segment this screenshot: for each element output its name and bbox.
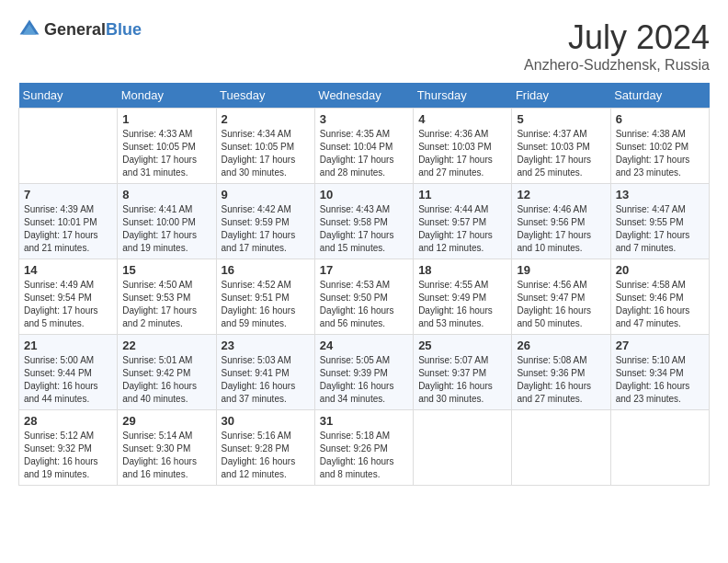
cell-daylight-info: Sunrise: 4:37 AM Sunset: 10:03 PM Daylig… — [517, 128, 605, 179]
calendar-week-row: 21Sunrise: 5:00 AM Sunset: 9:44 PM Dayli… — [19, 335, 710, 410]
calendar-cell: 16Sunrise: 4:52 AM Sunset: 9:51 PM Dayli… — [216, 259, 314, 335]
day-number: 31 — [320, 414, 408, 428]
calendar-cell: 10Sunrise: 4:43 AM Sunset: 9:58 PM Dayli… — [314, 184, 413, 259]
day-number: 28 — [24, 414, 112, 428]
cell-daylight-info: Sunrise: 5:07 AM Sunset: 9:37 PM Dayligh… — [418, 354, 506, 406]
calendar-week-row: 28Sunrise: 5:12 AM Sunset: 9:32 PM Dayli… — [19, 410, 710, 486]
calendar-cell: 25Sunrise: 5:07 AM Sunset: 9:37 PM Dayli… — [414, 335, 512, 410]
cell-daylight-info: Sunrise: 4:55 AM Sunset: 9:49 PM Dayligh… — [418, 279, 506, 330]
cell-daylight-info: Sunrise: 4:41 AM Sunset: 10:00 PM Daylig… — [122, 203, 210, 255]
day-number: 22 — [122, 339, 210, 352]
day-number: 3 — [320, 112, 408, 126]
day-number: 21 — [24, 339, 112, 352]
calendar-cell: 29Sunrise: 5:14 AM Sunset: 9:30 PM Dayli… — [118, 410, 216, 486]
day-number: 25 — [418, 339, 506, 352]
cell-daylight-info: Sunrise: 5:18 AM Sunset: 9:26 PM Dayligh… — [320, 430, 408, 481]
cell-daylight-info: Sunrise: 4:36 AM Sunset: 10:03 PM Daylig… — [418, 128, 506, 179]
calendar-cell: 2Sunrise: 4:34 AM Sunset: 10:05 PM Dayli… — [216, 109, 314, 184]
day-of-week-header: Friday — [512, 83, 610, 109]
day-of-week-header: Monday — [118, 83, 216, 109]
day-number: 7 — [24, 188, 112, 201]
day-of-week-header: Thursday — [414, 83, 512, 109]
day-number: 17 — [320, 263, 408, 277]
day-of-week-header: Saturday — [610, 83, 709, 109]
cell-daylight-info: Sunrise: 5:03 AM Sunset: 9:41 PM Dayligh… — [222, 354, 310, 406]
day-of-week-header: Sunday — [19, 83, 118, 109]
logo-text-blue: Blue — [106, 20, 142, 39]
calendar-cell: 26Sunrise: 5:08 AM Sunset: 9:36 PM Dayli… — [512, 335, 610, 410]
day-number: 30 — [222, 414, 310, 428]
logo: GeneralBlue — [18, 18, 142, 40]
day-number: 29 — [122, 414, 210, 428]
calendar-cell: 22Sunrise: 5:01 AM Sunset: 9:42 PM Dayli… — [118, 335, 216, 410]
cell-daylight-info: Sunrise: 5:14 AM Sunset: 9:30 PM Dayligh… — [122, 430, 210, 481]
day-number: 2 — [222, 112, 310, 126]
cell-daylight-info: Sunrise: 4:52 AM Sunset: 9:51 PM Dayligh… — [222, 279, 310, 330]
title-area: July 2024 Anzhero-Sudzhensk, Russia — [524, 18, 710, 74]
calendar-cell: 12Sunrise: 4:46 AM Sunset: 9:56 PM Dayli… — [512, 184, 610, 259]
header: GeneralBlue July 2024 Anzhero-Sudzhensk,… — [18, 18, 710, 74]
calendar-cell — [414, 410, 512, 486]
calendar-week-row: 7Sunrise: 4:39 AM Sunset: 10:01 PM Dayli… — [19, 184, 710, 259]
cell-daylight-info: Sunrise: 4:44 AM Sunset: 9:57 PM Dayligh… — [418, 203, 506, 255]
cell-daylight-info: Sunrise: 4:38 AM Sunset: 10:02 PM Daylig… — [616, 128, 704, 179]
day-number: 26 — [517, 339, 605, 352]
calendar-cell: 11Sunrise: 4:44 AM Sunset: 9:57 PM Dayli… — [414, 184, 512, 259]
calendar-cell: 19Sunrise: 4:56 AM Sunset: 9:47 PM Dayli… — [512, 259, 610, 335]
calendar-cell: 9Sunrise: 4:42 AM Sunset: 9:59 PM Daylig… — [216, 184, 314, 259]
cell-daylight-info: Sunrise: 5:01 AM Sunset: 9:42 PM Dayligh… — [122, 354, 210, 406]
cell-daylight-info: Sunrise: 4:47 AM Sunset: 9:55 PM Dayligh… — [616, 203, 704, 255]
cell-daylight-info: Sunrise: 4:34 AM Sunset: 10:05 PM Daylig… — [222, 128, 310, 179]
calendar-cell: 18Sunrise: 4:55 AM Sunset: 9:49 PM Dayli… — [414, 259, 512, 335]
calendar-cell: 13Sunrise: 4:47 AM Sunset: 9:55 PM Dayli… — [610, 184, 709, 259]
day-number: 4 — [418, 112, 506, 126]
cell-daylight-info: Sunrise: 4:53 AM Sunset: 9:50 PM Dayligh… — [320, 279, 408, 330]
cell-daylight-info: Sunrise: 4:43 AM Sunset: 9:58 PM Dayligh… — [320, 203, 408, 255]
calendar-cell: 27Sunrise: 5:10 AM Sunset: 9:34 PM Dayli… — [610, 335, 709, 410]
logo-text-general: General — [44, 20, 106, 39]
day-of-week-header: Tuesday — [216, 83, 314, 109]
cell-daylight-info: Sunrise: 4:35 AM Sunset: 10:04 PM Daylig… — [320, 128, 408, 179]
calendar-cell: 8Sunrise: 4:41 AM Sunset: 10:00 PM Dayli… — [118, 184, 216, 259]
calendar-cell: 14Sunrise: 4:49 AM Sunset: 9:54 PM Dayli… — [19, 259, 118, 335]
day-number: 13 — [616, 188, 704, 201]
calendar-cell: 31Sunrise: 5:18 AM Sunset: 9:26 PM Dayli… — [314, 410, 413, 486]
calendar-header-row: SundayMondayTuesdayWednesdayThursdayFrid… — [19, 83, 710, 109]
day-number: 19 — [517, 263, 605, 277]
day-number: 1 — [122, 112, 210, 126]
day-number: 20 — [616, 263, 704, 277]
cell-daylight-info: Sunrise: 4:58 AM Sunset: 9:46 PM Dayligh… — [616, 279, 704, 330]
calendar-cell: 6Sunrise: 4:38 AM Sunset: 10:02 PM Dayli… — [610, 109, 709, 184]
calendar-week-row: 1Sunrise: 4:33 AM Sunset: 10:05 PM Dayli… — [19, 109, 710, 184]
cell-daylight-info: Sunrise: 5:16 AM Sunset: 9:28 PM Dayligh… — [222, 430, 310, 481]
cell-daylight-info: Sunrise: 5:10 AM Sunset: 9:34 PM Dayligh… — [616, 354, 704, 406]
day-number: 12 — [517, 188, 605, 201]
calendar-cell — [512, 410, 610, 486]
calendar-week-row: 14Sunrise: 4:49 AM Sunset: 9:54 PM Dayli… — [19, 259, 710, 335]
cell-daylight-info: Sunrise: 5:00 AM Sunset: 9:44 PM Dayligh… — [24, 354, 112, 406]
cell-daylight-info: Sunrise: 5:05 AM Sunset: 9:39 PM Dayligh… — [320, 354, 408, 406]
cell-daylight-info: Sunrise: 4:42 AM Sunset: 9:59 PM Dayligh… — [222, 203, 310, 255]
location-subtitle: Anzhero-Sudzhensk, Russia — [524, 57, 710, 74]
cell-daylight-info: Sunrise: 5:08 AM Sunset: 9:36 PM Dayligh… — [517, 354, 605, 406]
cell-daylight-info: Sunrise: 4:49 AM Sunset: 9:54 PM Dayligh… — [24, 279, 112, 330]
day-number: 24 — [320, 339, 408, 352]
day-number: 15 — [122, 263, 210, 277]
day-number: 10 — [320, 188, 408, 201]
calendar-cell: 5Sunrise: 4:37 AM Sunset: 10:03 PM Dayli… — [512, 109, 610, 184]
calendar-cell: 15Sunrise: 4:50 AM Sunset: 9:53 PM Dayli… — [118, 259, 216, 335]
day-number: 5 — [517, 112, 605, 126]
cell-daylight-info: Sunrise: 5:12 AM Sunset: 9:32 PM Dayligh… — [24, 430, 112, 481]
cell-daylight-info: Sunrise: 4:33 AM Sunset: 10:05 PM Daylig… — [122, 128, 210, 179]
calendar-cell: 30Sunrise: 5:16 AM Sunset: 9:28 PM Dayli… — [216, 410, 314, 486]
cell-daylight-info: Sunrise: 4:50 AM Sunset: 9:53 PM Dayligh… — [122, 279, 210, 330]
calendar-cell — [610, 410, 709, 486]
day-number: 8 — [122, 188, 210, 201]
cell-daylight-info: Sunrise: 4:46 AM Sunset: 9:56 PM Dayligh… — [517, 203, 605, 255]
calendar-cell: 23Sunrise: 5:03 AM Sunset: 9:41 PM Dayli… — [216, 335, 314, 410]
day-number: 23 — [222, 339, 310, 352]
calendar-cell: 4Sunrise: 4:36 AM Sunset: 10:03 PM Dayli… — [414, 109, 512, 184]
calendar-cell: 3Sunrise: 4:35 AM Sunset: 10:04 PM Dayli… — [314, 109, 413, 184]
cell-daylight-info: Sunrise: 4:56 AM Sunset: 9:47 PM Dayligh… — [517, 279, 605, 330]
calendar-cell: 17Sunrise: 4:53 AM Sunset: 9:50 PM Dayli… — [314, 259, 413, 335]
